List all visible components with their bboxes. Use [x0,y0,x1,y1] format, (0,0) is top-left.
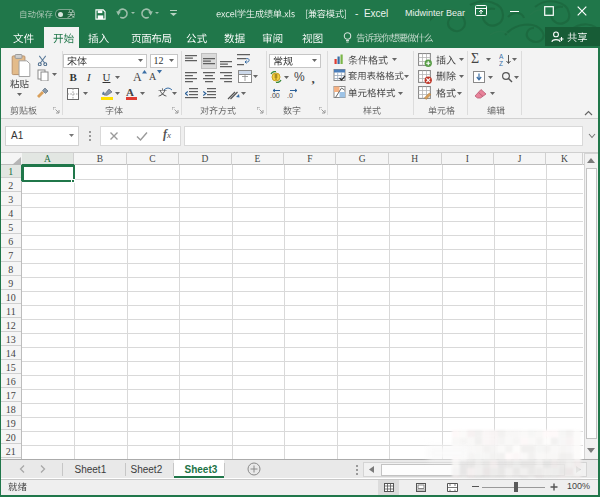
svg-text:A: A [499,53,504,60]
svg-text:.0: .0 [287,92,293,99]
svg-text:.00: .00 [270,92,280,99]
svg-text:Z: Z [499,60,503,66]
